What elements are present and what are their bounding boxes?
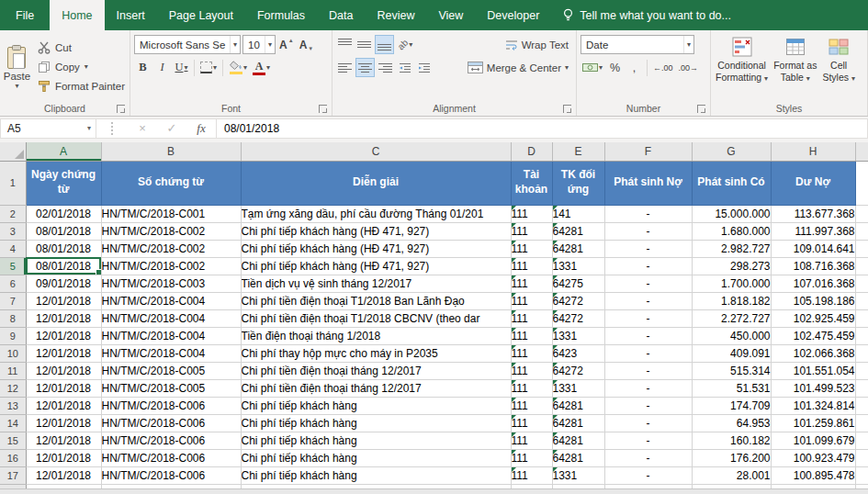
row-header-2[interactable]: 2 [0,205,26,222]
cell-d17[interactable]: 111 [511,466,552,484]
cell-partial-15[interactable] [855,432,868,449]
cell-f3[interactable]: - [604,222,692,240]
cell-e12[interactable]: 1331 [552,379,604,397]
cell-f16[interactable]: - [604,449,692,466]
column-header-partial[interactable] [855,142,868,161]
cell-h14[interactable]: 101.259.861 [771,414,855,432]
cell-e3[interactable]: 64281 [552,222,604,240]
cell-d2[interactable]: 111 [511,205,552,222]
cell-partial-14[interactable] [855,414,868,432]
cell-d11[interactable]: 111 [511,362,552,379]
cell-h2[interactable]: 113.677.368 [771,205,855,222]
tab-home[interactable]: Home [50,0,104,30]
cell-d9[interactable]: 111 [511,327,552,344]
cell-d15[interactable]: 111 [511,432,552,449]
cell-f13[interactable]: - [604,397,692,414]
paste-button[interactable]: Paste ▾ [2,33,32,101]
cell-c6[interactable]: Tiền dịch vụ vệ sinh tháng 12/2017 [241,275,511,292]
cell-c2[interactable]: Tạm ứng xăng dầu, phí cầu đường Tháng 01… [241,205,511,222]
increase-decimal-button[interactable]: ←.00 [651,58,675,77]
cell-h7[interactable]: 105.198.186 [771,292,855,309]
cell-h10[interactable]: 102.066.368 [771,344,855,362]
cell-g8[interactable]: 2.272.727 [692,309,771,327]
comma-style-button[interactable]: , [626,58,643,77]
cell-g6[interactable]: 1.700.000 [692,275,771,292]
cell-f8[interactable]: - [604,309,692,327]
accounting-format-button[interactable]: ▾ [581,58,604,77]
cell-partial-16[interactable] [855,449,868,466]
header-cell-e[interactable]: TK đối ứng [552,161,604,205]
cell-c14[interactable]: Chi phí tiếp khách hàng [241,414,511,432]
cell-b3[interactable]: HN/TM/C/2018-C002 [101,222,241,240]
row-header-3[interactable]: 3 [0,222,26,240]
cell-d12[interactable]: 111 [511,379,552,397]
cell-b8[interactable]: HN/TM/C/2018-C004 [101,309,241,327]
merge-center-button[interactable]: Merge & Center ▾ [464,58,572,77]
cell-a12[interactable]: 12/01/2018 [26,379,101,397]
formula-input[interactable]: 08/01/2018 [217,119,867,138]
cell-f14[interactable]: - [604,414,692,432]
cell-a16[interactable]: 12/01/2018 [26,449,101,466]
cell-f7[interactable]: - [604,292,692,309]
cell-b13[interactable]: HN/TM/C/2018-C006 [101,397,241,414]
cell-f17[interactable]: - [604,466,692,484]
column-header-d[interactable]: D [511,142,552,161]
cell-g17[interactable]: 28.001 [692,466,771,484]
cell-empty[interactable] [552,484,604,488]
header-cell-b[interactable]: Số chứng từ [101,161,241,205]
row-header-12[interactable]: 12 [0,379,26,397]
cell-c11[interactable]: Chi phí tiền điện thoại tháng 12/2017 [241,362,511,379]
cell-partial-4[interactable] [855,240,868,257]
cell-partial-5[interactable] [855,257,868,275]
tell-me-box[interactable]: Tell me what you want to do... [562,0,731,30]
italic-button[interactable]: I [153,58,171,77]
cell-h6[interactable]: 107.016.368 [771,275,855,292]
cell-b2[interactable]: HN/TM/C/2018-C001 [101,205,241,222]
cell-d10[interactable]: 111 [511,344,552,362]
orientation-button[interactable]: ab ▾ [396,35,414,54]
format-painter-button[interactable]: Format Painter [35,77,128,95]
decrease-indent-button[interactable] [396,58,413,77]
cell-g3[interactable]: 1.680.000 [692,222,771,240]
cell-b17[interactable]: HN/TM/C/2018-C006 [101,466,241,484]
number-format-combo[interactable]: Date ▾ [581,35,694,54]
cell-c17[interactable]: Chi phí tiếp khách hàng [241,466,511,484]
cell-c5[interactable]: Chi phí tiếp khách hàng (HĐ 471, 927) [241,257,511,275]
row-header-6[interactable]: 6 [0,275,26,292]
shrink-font-button[interactable]: A ▼ [298,35,316,54]
cell-styles-button[interactable]: Cell Styles ▾ [819,33,858,101]
header-cell-a[interactable]: Ngày chứng từ [26,161,101,205]
column-header-b[interactable]: B [101,142,241,161]
tab-review[interactable]: Review [365,0,426,30]
row-header-8[interactable]: 8 [0,309,26,327]
alignment-dialog-launcher[interactable] [563,105,571,113]
cell-a7[interactable]: 12/01/2018 [26,292,101,309]
cell-a17[interactable]: 12/01/2018 [26,466,101,484]
cell-a4[interactable]: 08/01/2018 [26,240,101,257]
cell-f9[interactable]: - [604,327,692,344]
cell-b14[interactable]: HN/TM/C/2018-C006 [101,414,241,432]
tab-page-layout[interactable]: Page Layout [157,0,245,30]
cell-g11[interactable]: 515.314 [692,362,771,379]
cell-d5[interactable]: 111 [511,257,552,275]
cell-d7[interactable]: 111 [511,292,552,309]
cell-g15[interactable]: 160.182 [692,432,771,449]
cell-e13[interactable]: 64281 [552,397,604,414]
cell-d16[interactable]: 111 [511,449,552,466]
cell-f12[interactable]: - [604,379,692,397]
cell-g16[interactable]: 176.200 [692,449,771,466]
row-header-9[interactable]: 9 [0,327,26,344]
cell-b11[interactable]: HN/TM/C/2018-C005 [101,362,241,379]
cell-g7[interactable]: 1.818.182 [692,292,771,309]
cell-d8[interactable]: 111 [511,309,552,327]
cell-h17[interactable]: 100.895.478 [771,466,855,484]
cell-empty[interactable] [241,484,511,488]
cell-h15[interactable]: 101.099.679 [771,432,855,449]
cancel-icon[interactable]: × [128,119,157,138]
cell-b12[interactable]: HN/TM/C/2018-C005 [101,379,241,397]
tab-file[interactable]: File [0,0,50,30]
clipboard-dialog-launcher[interactable] [117,105,125,113]
select-all-button[interactable] [0,142,26,161]
tab-view[interactable]: View [426,0,475,30]
cell-h9[interactable]: 102.475.459 [771,327,855,344]
